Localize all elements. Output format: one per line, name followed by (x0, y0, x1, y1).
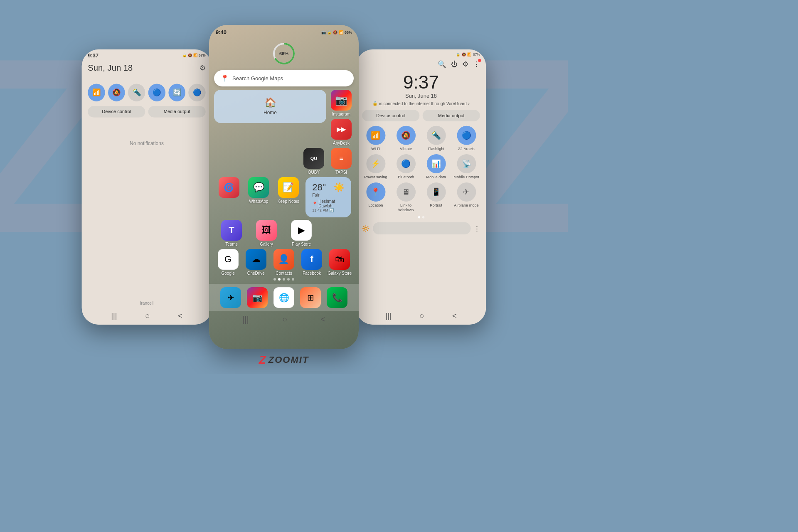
home-widget-label: Home (264, 110, 277, 116)
left-bottom-nav: ||| ○ < (82, 307, 212, 325)
update-toggle[interactable]: 🔄 (168, 84, 185, 101)
swirl-icon: 🌀 (219, 177, 239, 198)
left-media-output-btn[interactable]: Media output (148, 106, 206, 118)
battery-percent: 66% (279, 51, 288, 56)
right-nav-back[interactable]: < (452, 311, 457, 320)
playstore-icon: ▶ (291, 220, 312, 241)
qs-location[interactable]: 📍 Location (362, 182, 389, 212)
qs-wifi-label: Wi-Fi (371, 146, 380, 151)
qs-mobiledata[interactable]: 📊 Mobile data (423, 154, 450, 180)
left-nav-home[interactable]: ○ (145, 311, 150, 320)
qs-airplanemode[interactable]: ✈ Airplane mode (453, 182, 480, 212)
center-nav-home[interactable]: ○ (282, 315, 287, 324)
app-row-3: G Google ☁ OneDrive 👤 Contacts f Faceboo… (214, 249, 354, 276)
center-nav-back[interactable]: < (320, 315, 325, 324)
page-dot-1 (273, 278, 276, 281)
right-media-output-btn[interactable]: Media output (423, 110, 480, 121)
page-dot-3 (283, 278, 285, 281)
keepnotes-icon: 📝 (278, 177, 299, 198)
center-nav-recent[interactable]: ||| (242, 315, 249, 324)
tapsi-label: TAPSI (335, 170, 347, 175)
right-device-media-row: Device control Media output (356, 107, 486, 124)
wifi-toggle[interactable]: 📶 (88, 84, 105, 101)
center-status-bar: 9:40 📷 🔒 🔕 📶 66% (209, 25, 359, 37)
app-anydesk-top[interactable]: ▶▶ AnyDesk (329, 119, 354, 145)
qs-linkwindows[interactable]: 🖥 Link to Windows (392, 182, 419, 212)
whatsapp-icon: 💬 (248, 177, 269, 198)
settings-icon[interactable]: ⚙ (200, 64, 206, 72)
brightness-slider[interactable] (373, 222, 471, 234)
left-nav-recent[interactable]: ||| (111, 311, 117, 320)
contacts-icon: 👤 (273, 249, 294, 270)
maps-search-bar[interactable]: 📍 Search Google Maps (214, 70, 354, 86)
qs-bluetooth[interactable]: 🔵 Bluetooth (392, 154, 419, 180)
qs-vibrate[interactable]: 🔕 Vibrate (392, 126, 419, 151)
keepnotes-label: Keep Notes (278, 199, 299, 204)
qs-powersaving-icon: ⚡ (366, 154, 385, 173)
phones-container: 9:37 🔒 🔕 📶 67% Sun, Jun 18 ⚙ 📶 🔕 🔦 🔵 🔄 🔵… (76, 25, 492, 349)
instagram-icon: 📷 (331, 90, 352, 111)
search-header-icon[interactable]: 🔍 (438, 60, 446, 69)
maps-search-text: Search Google Maps (232, 75, 347, 81)
qs-flashlight[interactable]: 🔦 Flashlight (423, 126, 450, 151)
phone-center: 9:40 📷 🔒 🔕 📶 66% 66% 📍 (209, 25, 359, 349)
home-widget[interactable]: 🏠 Home (214, 90, 326, 123)
dock-chrome[interactable]: 🌐 (271, 287, 296, 308)
right-dot-1 (418, 216, 420, 219)
anydesk-label: AnyDesk (333, 141, 350, 145)
qs-22araeis[interactable]: 🔵 22-Araeis (453, 126, 480, 151)
app-teams[interactable]: T Teams (219, 220, 244, 246)
dock-telegram[interactable]: ✈ (218, 287, 243, 308)
qs-vibrate-icon: 🔕 (397, 126, 416, 145)
app-instagram-top[interactable]: 📷 Instagram (329, 90, 354, 116)
dock-phone[interactable]: 📞 (325, 287, 350, 308)
page-dot-5 (292, 278, 294, 281)
qs-mobilehotspot[interactable]: 📡 Mobile Hotspot (453, 154, 480, 180)
app-onedrive[interactable]: ☁ OneDrive (244, 249, 268, 276)
app-row-1: 🌀 💬 WhatsApp 📝 Keep Notes 28 (214, 177, 354, 217)
app-whatsapp[interactable]: 💬 WhatsApp (246, 177, 271, 204)
teams-label: Teams (225, 242, 237, 246)
telegram-dock-icon: ✈ (220, 287, 241, 308)
anydesk-icon: ▶▶ (331, 119, 352, 140)
vibrate-toggle[interactable]: 🔕 (108, 84, 125, 101)
left-time: 9:37 (88, 52, 99, 59)
app-playstore[interactable]: ▶ Play Store (289, 220, 314, 246)
qs-mobiledata-icon: 📊 (426, 154, 446, 173)
app-swirl[interactable]: 🌀 (217, 177, 241, 199)
right-nav-recent[interactable]: ||| (385, 311, 391, 320)
app-tapsi[interactable]: ≡ TAPSI (329, 148, 354, 175)
app-keepnotes[interactable]: 📝 Keep Notes (276, 177, 301, 204)
app-contacts[interactable]: 👤 Contacts (271, 249, 296, 276)
dock-instagram[interactable]: 📷 (245, 287, 270, 308)
right-device-control-btn[interactable]: Device control (362, 110, 419, 121)
app-galaxystore[interactable]: 🛍 Galaxy Store (327, 249, 352, 276)
app-google[interactable]: G Google (216, 249, 241, 276)
brightness-icon: 🔆 (362, 225, 369, 232)
instagram-dock-icon: 📷 (247, 287, 268, 308)
left-nav-back[interactable]: < (178, 311, 182, 320)
flashlight-toggle[interactable]: 🔦 (128, 84, 145, 101)
gallery-icon: 🖼 (256, 220, 277, 241)
qs-portrait[interactable]: 📱 Portrait (423, 182, 450, 212)
dock-grid[interactable]: ⊞ (298, 287, 323, 308)
power-header-icon[interactable]: ⏻ (451, 60, 458, 68)
settings-header-icon[interactable]: ⚙ (462, 60, 468, 69)
more-icon[interactable]: ⋮ (474, 225, 480, 232)
left-date: Sun, Jun 18 (88, 63, 133, 73)
data-toggle[interactable]: 🔵 (148, 84, 165, 101)
bluetooth-toggle[interactable]: 🔵 (189, 84, 206, 101)
qs-wifi[interactable]: 📶 Wi-Fi (362, 126, 389, 151)
qs-powersaving[interactable]: ⚡ Power saving (362, 154, 389, 180)
teams-icon: T (221, 220, 242, 241)
app-quby[interactable]: QU QUBY (301, 148, 326, 175)
weather-widget[interactable]: 28° Fair ☀️ 📍Heshmat Dawlah 11:42 PM 🔄 (305, 177, 351, 217)
app-facebook[interactable]: f Facebook (299, 249, 324, 276)
whatsapp-label: WhatsApp (249, 199, 268, 204)
left-device-control-btn[interactable]: Device control (88, 106, 145, 118)
left-date-row: Sun, Jun 18 ⚙ (88, 63, 205, 73)
qs-22araeis-icon: 🔵 (457, 126, 476, 145)
right-nav-home[interactable]: ○ (419, 311, 424, 320)
qs-linkwindows-label: Link to Windows (392, 203, 419, 212)
app-gallery[interactable]: 🖼 Gallery (254, 220, 279, 246)
